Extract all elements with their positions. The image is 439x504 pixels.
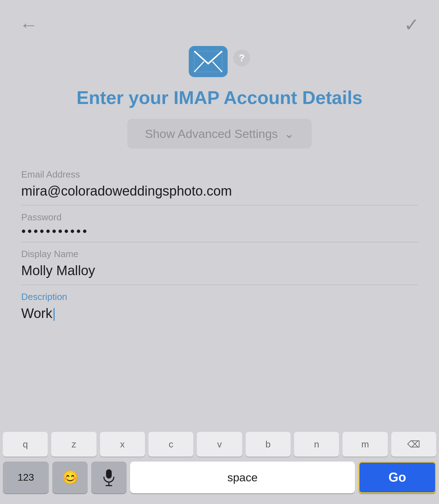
display-name-field-group: Display Name Molly Malloy [21, 242, 418, 285]
email-field-group: Email Address mira@coloradoweddingsphoto… [21, 163, 418, 205]
space-key[interactable]: space [130, 462, 355, 493]
svg-rect-4 [106, 469, 112, 479]
email-label: Email Address [21, 169, 418, 180]
description-value[interactable]: Work [21, 306, 418, 321]
key-z[interactable]: z [51, 432, 96, 457]
description-label: Description [21, 291, 418, 302]
advanced-settings-button[interactable]: Show Advanced Settings ⌄ [127, 119, 312, 149]
page-title: Enter your IMAP Account Details [76, 87, 362, 108]
chevron-down-icon: ⌄ [284, 127, 294, 141]
password-field-group: Password ●●●●●●●●●●● [21, 205, 418, 242]
key-backspace[interactable]: ⌫ [391, 432, 436, 457]
description-field-group: Description Work [21, 285, 418, 328]
mic-key[interactable] [91, 462, 127, 493]
key-b[interactable]: b [246, 432, 291, 457]
mail-icon [189, 46, 228, 77]
key-x[interactable]: x [100, 432, 145, 457]
display-name-label: Display Name [21, 249, 418, 260]
microphone-icon [103, 469, 115, 486]
emoji-icon: 😊 [62, 470, 78, 485]
mail-icon-wrapper: ? [189, 46, 250, 77]
question-mark: ? [239, 52, 245, 64]
numeric-key[interactable]: 123 [3, 462, 49, 493]
email-value[interactable]: mira@coloradoweddingsphoto.com [21, 184, 418, 199]
top-bar: ← ✓ [0, 0, 439, 42]
space-label: space [227, 471, 257, 484]
numeric-label: 123 [18, 472, 34, 483]
form-section: Email Address mira@coloradoweddingsphoto… [0, 163, 439, 328]
key-v[interactable]: v [197, 432, 242, 457]
display-name-value[interactable]: Molly Malloy [21, 263, 418, 278]
key-n[interactable]: n [294, 432, 339, 457]
key-m[interactable]: m [343, 432, 387, 457]
emoji-key[interactable]: 😊 [52, 462, 88, 493]
keyboard-bottom-row: 123 😊 space Go [0, 462, 439, 504]
back-button[interactable]: ← [19, 16, 38, 34]
header-section: ? Enter your IMAP Account Details [0, 46, 439, 108]
mail-envelope-icon [194, 51, 222, 72]
go-button[interactable]: Go [358, 462, 436, 493]
keyboard-partial-row: q z x c v b n m ⌫ [0, 428, 439, 458]
advanced-settings-label: Show Advanced Settings [145, 127, 278, 141]
password-value[interactable]: ●●●●●●●●●●● [21, 226, 418, 236]
key-q[interactable]: q [3, 432, 48, 457]
confirm-button[interactable]: ✓ [404, 14, 420, 35]
password-label: Password [21, 212, 418, 223]
key-c[interactable]: c [148, 432, 193, 457]
keyboard: q z x c v b n m ⌫ 123 😊 space Go [0, 428, 439, 504]
help-icon[interactable]: ? [233, 50, 250, 66]
advanced-settings-section: Show Advanced Settings ⌄ [0, 119, 439, 149]
go-label: Go [388, 470, 406, 485]
